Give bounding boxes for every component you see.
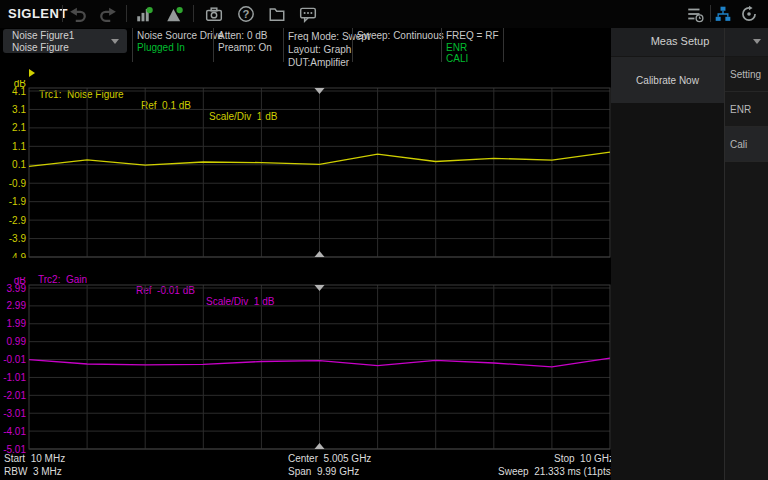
svg-text:-0.9: -0.9: [9, 178, 27, 189]
svg-text:1.99: 1.99: [7, 318, 27, 329]
svg-text:-0.01: -0.01: [3, 354, 26, 365]
toolbar-separator: [710, 5, 711, 22]
status-separator: [352, 28, 353, 62]
toolbar-separator: [62, 5, 63, 22]
svg-text:-3.01: -3.01: [3, 408, 26, 419]
layout-value: Layout: Graph: [288, 43, 370, 56]
measurement-line2: Noise Figure: [12, 42, 127, 54]
help-icon[interactable]: ?: [237, 5, 255, 23]
status-separator: [283, 28, 284, 62]
stop-freq: Stop 10 GHz: [554, 453, 614, 464]
noise-source-value: Plugged In: [137, 42, 223, 54]
network-icon[interactable]: [714, 5, 732, 23]
svg-text:-3.9: -3.9: [9, 233, 27, 244]
screenshot-icon[interactable]: [205, 5, 223, 23]
chevron-down-icon: [111, 39, 119, 44]
meas-setup-panel: Meas Setup Calibrate Now Setting ENR Cal…: [611, 28, 768, 480]
tab-enr[interactable]: ENR: [725, 92, 768, 127]
svg-text:-1.9: -1.9: [9, 196, 27, 207]
meas-setup-header[interactable]: Meas Setup: [611, 28, 768, 56]
status-separator: [503, 28, 504, 62]
span-value: Span 9.99 GHz: [288, 466, 359, 477]
noise-source-cell: Noise Source Drive Plugged In: [137, 30, 223, 54]
sweep-cell: Sweep: Continuous: [357, 30, 444, 42]
svg-text:3.1: 3.1: [12, 104, 26, 115]
atten-value: Atten: 0 dB: [218, 30, 272, 42]
trace1-header: Trc1: Noise Figure Ref 0.1 dB Scale/Div …: [0, 67, 612, 80]
preamp-value: Preamp: On: [218, 42, 272, 54]
rbw-value: RBW 3 MHz: [4, 466, 62, 477]
chevron-down-icon: [753, 39, 761, 44]
noise-source-label: Noise Source Drive: [137, 30, 223, 42]
start-freq: Start 10 MHz: [4, 453, 65, 464]
svg-text:2.1: 2.1: [12, 122, 26, 133]
svg-text:-4.01: -4.01: [3, 426, 26, 437]
status-separator: [132, 28, 133, 62]
freq-rf-value: FREQ = RF: [446, 30, 499, 42]
siglent-logo: SIGLENT: [8, 6, 68, 21]
marker-peak-icon[interactable]: [165, 5, 183, 23]
app-screen: SIGLENT ?: [0, 0, 768, 480]
toolbar-separator: [126, 5, 127, 22]
svg-text:0.99: 0.99: [7, 336, 27, 347]
toolbar-separator: [193, 5, 194, 22]
cali-status: CALI: [446, 53, 499, 65]
tab-setting[interactable]: Setting: [725, 57, 768, 92]
svg-text:1.1: 1.1: [12, 141, 26, 152]
calibrate-now-button[interactable]: Calibrate Now: [611, 57, 724, 103]
measurement-dropdown[interactable]: Noise Figure1 Noise Figure: [3, 29, 127, 53]
noise-figure-chart: 4.13.12.11.10.1-0.9-1.9-2.9-3.9-4.9dB: [0, 80, 612, 258]
file-icon[interactable]: [268, 5, 286, 23]
toolbar: SIGLENT ?: [0, 0, 768, 28]
svg-text:-1.01: -1.01: [3, 372, 26, 383]
side-tab-column: Setting ENR Cali: [725, 57, 768, 162]
status-separator: [441, 28, 442, 62]
active-trace-icon: [29, 69, 35, 77]
atten-cell: Atten: 0 dB Preamp: On: [218, 30, 272, 54]
undo-icon[interactable]: [69, 5, 87, 23]
center-freq: Center 5.005 GHz: [288, 453, 371, 464]
freq-rf-cell: FREQ = RF ENR CALI: [446, 30, 499, 65]
panel-body: [611, 103, 724, 480]
svg-text:?: ?: [243, 8, 250, 20]
svg-text:-2.01: -2.01: [3, 390, 26, 401]
status-separator: [213, 28, 214, 62]
measurement-line1: Noise Figure1: [12, 30, 127, 42]
sweep-time: Sweep 21.333 ms (11pts): [498, 466, 614, 477]
message-icon[interactable]: [299, 5, 317, 23]
svg-text:-4.9: -4.9: [9, 252, 27, 259]
status-bar: Noise Figure1 Noise Figure Noise Source …: [0, 28, 612, 66]
history-icon[interactable]: [740, 5, 758, 23]
sweep-mode-value: Sweep: Continuous: [357, 30, 444, 42]
svg-text:dB: dB: [14, 277, 27, 286]
tab-cali[interactable]: Cali: [725, 127, 768, 162]
svg-text:2.99: 2.99: [7, 300, 27, 311]
gain-chart: 3.992.991.990.99-0.01-1.01-2.01-3.01-4.0…: [0, 277, 612, 455]
task-list-icon[interactable]: [686, 5, 704, 23]
peak-signal-icon[interactable]: [135, 5, 153, 23]
trace2-header: Trc2: Gain Ref -0.01 dB Scale/Div 1 dB: [0, 263, 612, 276]
redo-icon[interactable]: [99, 5, 117, 23]
svg-text:dB: dB: [14, 80, 27, 89]
svg-text:0.1: 0.1: [12, 159, 26, 170]
meas-setup-title: Meas Setup: [611, 35, 749, 47]
svg-text:-2.9: -2.9: [9, 215, 27, 226]
enr-status: ENR: [446, 42, 499, 54]
